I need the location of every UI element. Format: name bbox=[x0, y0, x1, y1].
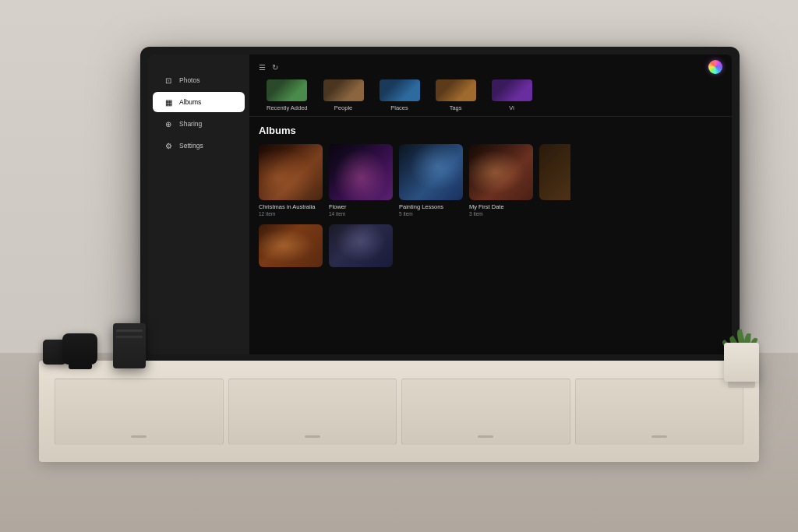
album-row2-a[interactable] bbox=[259, 224, 323, 267]
album-date-thumb bbox=[469, 144, 533, 200]
cabinet-drawer-1 bbox=[55, 379, 224, 445]
album-date-name: My First Date bbox=[469, 203, 533, 210]
settings-icon: ⚙ bbox=[164, 141, 173, 150]
photos-app: ⊡ Photos ▦ Albums ⊕ Sharing ⚙ Settings bbox=[148, 55, 732, 354]
places-thumb bbox=[380, 79, 420, 101]
album-painting-thumb bbox=[399, 144, 463, 200]
cabinet-drawer-4 bbox=[575, 379, 744, 445]
album-flower-count: 14 item bbox=[329, 211, 393, 217]
album-painting[interactable]: Painting Lessons 5 item bbox=[399, 144, 463, 217]
recently-added-thumb bbox=[267, 79, 307, 101]
albums-title: Albums bbox=[259, 125, 722, 136]
top-bar-left: ☰ ↻ bbox=[259, 63, 278, 72]
album-christmas-count: 12 item bbox=[259, 211, 323, 217]
tab-vi[interactable]: Vi bbox=[484, 76, 540, 116]
tab-label-people: People bbox=[334, 104, 352, 111]
tab-places[interactable]: Places bbox=[372, 76, 428, 116]
tab-tags[interactable]: Tags bbox=[428, 76, 484, 116]
cabinet bbox=[39, 361, 759, 462]
tv-frame: ⊡ Photos ▦ Albums ⊕ Sharing ⚙ Settings bbox=[140, 47, 740, 382]
tab-recently-added[interactable]: Recently Added bbox=[259, 76, 316, 116]
tab-label-places: Places bbox=[390, 104, 408, 111]
albums-icon: ▦ bbox=[164, 97, 173, 107]
album-date[interactable]: My First Date 3 item bbox=[469, 144, 533, 217]
sharing-icon: ⊕ bbox=[164, 119, 173, 129]
top-bar: ☰ ↻ bbox=[249, 55, 732, 76]
sidebar-item-settings[interactable]: ⚙ Settings bbox=[153, 136, 245, 156]
album-partial-right bbox=[539, 144, 570, 217]
plant bbox=[712, 343, 771, 388]
category-tabs: Recently Added People Places bbox=[249, 76, 732, 117]
sidebar-label-settings: Settings bbox=[179, 142, 203, 150]
tab-people[interactable]: People bbox=[316, 76, 372, 116]
device-apple-tv bbox=[62, 333, 97, 365]
refresh-icon[interactable]: ↻ bbox=[272, 63, 278, 72]
people-thumb bbox=[323, 79, 364, 101]
sidebar-item-sharing[interactable]: ⊕ Sharing bbox=[153, 114, 245, 134]
plant-pot-stand bbox=[728, 382, 755, 388]
tab-label-tags: Tags bbox=[450, 104, 462, 111]
album-flower-thumb bbox=[329, 144, 393, 200]
photos-icon: ⊡ bbox=[164, 76, 173, 85]
sidebar: ⊡ Photos ▦ Albums ⊕ Sharing ⚙ Settings bbox=[148, 55, 249, 354]
album-row2-b-thumb bbox=[329, 224, 393, 267]
tags-thumb bbox=[436, 79, 476, 101]
album-painting-count: 5 item bbox=[399, 211, 463, 217]
plant-pot bbox=[724, 343, 759, 382]
main-content: ☰ ↻ Recently Added bbox=[249, 55, 732, 354]
sidebar-label-albums: Albums bbox=[179, 98, 201, 106]
device-nas bbox=[113, 323, 146, 368]
album-christmas-name: Christmas in Australia bbox=[259, 203, 323, 210]
tab-label-vi: Vi bbox=[509, 104, 514, 111]
album-flower-name: Flower bbox=[329, 203, 393, 210]
menu-icon[interactable]: ☰ bbox=[259, 63, 266, 72]
sidebar-label-sharing: Sharing bbox=[179, 120, 202, 128]
album-row2-a-thumb bbox=[259, 224, 323, 267]
album-flower[interactable]: Flower 14 item bbox=[329, 144, 393, 217]
album-christmas[interactable]: Christmas in Australia 12 item bbox=[259, 144, 323, 217]
vi-thumb bbox=[492, 79, 532, 101]
sidebar-item-photos[interactable]: ⊡ Photos bbox=[153, 70, 245, 90]
albums-grid-row1: Christmas in Australia 12 item Flower 14… bbox=[259, 144, 722, 217]
sidebar-label-photos: Photos bbox=[179, 76, 200, 84]
album-row2-b[interactable] bbox=[329, 224, 393, 267]
photos-app-icon[interactable] bbox=[708, 60, 722, 74]
tab-label-recently: Recently Added bbox=[267, 104, 308, 111]
album-painting-name: Painting Lessons bbox=[399, 203, 463, 210]
album-christmas-thumb bbox=[259, 144, 323, 200]
album-date-count: 3 item bbox=[469, 211, 533, 217]
cabinet-drawer-3 bbox=[401, 379, 570, 445]
cabinet-drawers bbox=[39, 361, 759, 462]
albums-section: Albums Christmas in Australia 12 item Fl… bbox=[249, 117, 732, 354]
cabinet-drawer-2 bbox=[228, 379, 397, 445]
tv-screen: ⊡ Photos ▦ Albums ⊕ Sharing ⚙ Settings bbox=[148, 55, 732, 354]
albums-grid-row2 bbox=[259, 224, 722, 267]
sidebar-item-albums[interactable]: ▦ Albums bbox=[153, 92, 245, 112]
